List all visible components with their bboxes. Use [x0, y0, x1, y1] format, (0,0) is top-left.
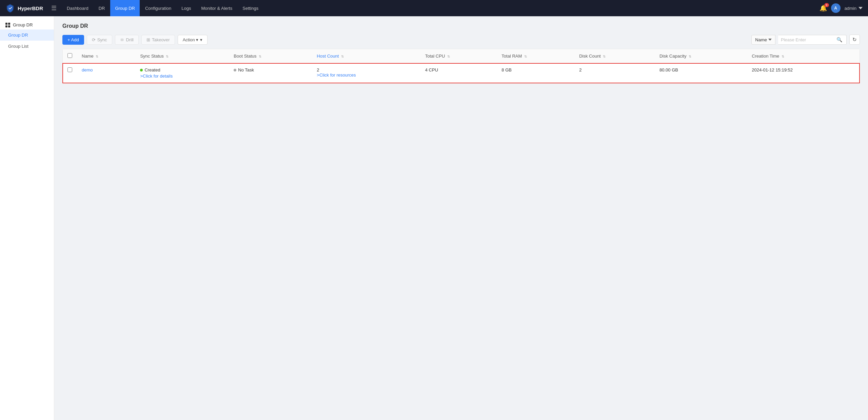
sort-icon-boot: ⇅ [259, 55, 261, 58]
boot-status-dot [234, 69, 236, 71]
nav-dr[interactable]: DR [94, 0, 110, 16]
col-total-cpu[interactable]: Total CPU ⇅ [420, 49, 497, 63]
svg-rect-1 [8, 23, 10, 25]
sort-icon-name: ⇅ [96, 55, 98, 58]
table-row: demo Created >Click for details No Task … [63, 63, 860, 83]
row-boot-status: No Task [229, 63, 312, 83]
host-count-link[interactable]: >Click for resources [317, 72, 415, 78]
app-logo[interactable]: HyperBDR [5, 3, 43, 13]
col-creation-time[interactable]: Creation Time ⇅ [747, 49, 860, 63]
sidebar-section-title: Group DR [0, 19, 54, 29]
svg-rect-2 [5, 25, 7, 27]
row-disk-count: 2 [574, 63, 655, 83]
takeover-button[interactable]: ⊞ Takeover [141, 35, 175, 45]
col-sync-status[interactable]: Sync Status ⇅ [135, 49, 229, 63]
nav-group-dr[interactable]: Group DR [110, 0, 140, 16]
sort-icon-cpu: ⇅ [447, 55, 450, 58]
sort-icon-creation: ⇅ [782, 55, 784, 58]
topnav-right: 🔔 9 A admin [820, 3, 863, 13]
hamburger-menu[interactable]: ☰ [51, 4, 57, 12]
sort-icon-host: ⇅ [341, 55, 344, 58]
sync-status-text: Created [144, 67, 160, 72]
nav-dashboard[interactable]: Dashboard [62, 0, 93, 16]
sidebar-item-group-list[interactable]: Group List [0, 41, 54, 52]
page-title: Group DR [62, 23, 860, 29]
nav-logs[interactable]: Logs [177, 0, 196, 16]
layout: Group DR Group DR Group List Group DR + … [0, 16, 868, 420]
nav-items: Dashboard DR Group DR Configuration Logs… [62, 0, 817, 16]
row-checkbox-cell [63, 63, 77, 83]
takeover-icon: ⊞ [146, 37, 150, 42]
data-table: Name ⇅ Sync Status ⇅ Boot Status ⇅ Hos [62, 49, 860, 83]
sidebar-item-group-dr[interactable]: Group DR [0, 29, 54, 41]
search-input[interactable] [781, 35, 835, 44]
col-host-count[interactable]: Host Count ⇅ [312, 49, 420, 63]
row-disk-capacity: 80.00 GB [655, 63, 747, 83]
svg-rect-3 [8, 25, 10, 27]
sync-status-dot [140, 69, 143, 71]
row-total-ram: 8 GB [497, 63, 574, 83]
row-host-count: 2 >Click for resources [312, 63, 420, 83]
boot-status-text: No Task [238, 67, 254, 72]
sync-detail-link[interactable]: >Click for details [140, 74, 224, 79]
row-checkbox[interactable] [67, 67, 72, 72]
search-icon[interactable]: 🔍 [835, 36, 844, 44]
sort-icon-disk-cap: ⇅ [689, 55, 691, 58]
col-boot-status[interactable]: Boot Status ⇅ [229, 49, 312, 63]
drill-button[interactable]: ⛭ Drill [115, 35, 139, 45]
col-total-ram[interactable]: Total RAM ⇅ [497, 49, 574, 63]
chevron-down-icon [859, 6, 863, 10]
nav-configuration[interactable]: Configuration [140, 0, 176, 16]
search-input-wrap: 🔍 [778, 35, 847, 45]
row-name: demo [77, 63, 135, 83]
col-disk-capacity[interactable]: Disk Capacity ⇅ [655, 49, 747, 63]
main-content: Group DR + Add ⟳ ⟳ Sync Sync ⛭ Drill ⊞ T… [54, 16, 868, 420]
search-area: Name 🔍 ↻ [751, 35, 860, 45]
sidebar: Group DR Group DR Group List [0, 16, 54, 420]
col-disk-count[interactable]: Disk Count ⇅ [574, 49, 655, 63]
sync-button[interactable]: ⟳ ⟳ Sync Sync [87, 35, 112, 45]
refresh-button[interactable]: ↻ [849, 35, 860, 45]
sort-icon-ram: ⇅ [524, 55, 527, 58]
bell-badge: 9 [824, 3, 829, 7]
topnav: HyperBDR ☰ Dashboard DR Group DR Configu… [0, 0, 868, 16]
app-name: HyperBDR [18, 5, 43, 11]
svg-rect-0 [5, 23, 7, 25]
select-all-checkbox[interactable] [67, 53, 72, 58]
grid-icon [5, 23, 10, 27]
row-total-cpu: 4 CPU [420, 63, 497, 83]
col-name[interactable]: Name ⇅ [77, 49, 135, 63]
row-name-link[interactable]: demo [82, 67, 93, 72]
logo-icon [5, 3, 15, 13]
sort-icon-sync: ⇅ [166, 55, 169, 58]
drill-icon: ⛭ [120, 37, 124, 42]
search-filter-select[interactable]: Name [751, 35, 775, 45]
filter-chevron-icon [768, 39, 772, 41]
row-creation-time: 2024-01-12 15:19:52 [747, 63, 860, 83]
avatar: A [831, 3, 841, 13]
add-button[interactable]: + Add [62, 35, 84, 45]
table-header-row: Name ⇅ Sync Status ⇅ Boot Status ⇅ Hos [63, 49, 860, 63]
select-all-cell [63, 49, 77, 63]
sort-icon-disk-count: ⇅ [603, 55, 606, 58]
host-count-value: 2 [317, 67, 415, 72]
nav-settings[interactable]: Settings [238, 0, 263, 16]
notification-bell[interactable]: 🔔 9 [820, 4, 827, 12]
nav-monitor-alerts[interactable]: Monitor & Alerts [196, 0, 237, 16]
toolbar: + Add ⟳ ⟳ Sync Sync ⛭ Drill ⊞ Takeover A… [62, 35, 860, 45]
row-sync-status: Created >Click for details [135, 63, 229, 83]
user-menu[interactable]: admin [845, 6, 863, 11]
chevron-down-icon: ▾ [200, 37, 202, 42]
sync-icon: ⟳ [92, 37, 96, 42]
action-button[interactable]: Action ▾ ▾ [178, 35, 208, 45]
username: admin [845, 6, 856, 11]
